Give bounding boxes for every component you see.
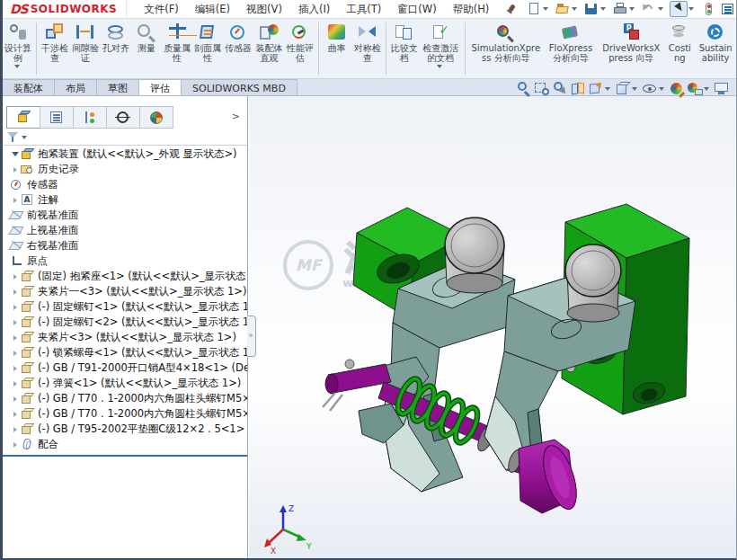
- expand-arrow-icon[interactable]: [10, 335, 21, 341]
- display-pane-icon[interactable]: [718, 2, 737, 16]
- print-icon[interactable]: [610, 2, 639, 16]
- expand-arrow-icon[interactable]: [10, 412, 21, 417]
- tool-clearance-verify[interactable]: 间隙验证: [70, 19, 101, 78]
- expand-arrow-icon[interactable]: [10, 427, 21, 432]
- dropdown-caret-icon[interactable]: [605, 87, 610, 91]
- tool-sustainability[interactable]: Sustainability: [695, 19, 736, 78]
- tree-item[interactable]: 上视基准面: [3, 223, 247, 238]
- model-knob-screw[interactable]: [506, 440, 583, 513]
- tool-measure[interactable]: 测量: [131, 19, 162, 78]
- tree-item[interactable]: (-) 固定螺钉<2> (默认<<默认>_显示状态 1>): [3, 315, 247, 330]
- tool-simulationxpress[interactable]: SimulationXpress 分析向导: [468, 19, 544, 78]
- undo-icon[interactable]: [639, 2, 668, 16]
- apply-scene-icon[interactable]: [686, 81, 713, 96]
- expand-arrow-icon[interactable]: [10, 198, 21, 203]
- tree-item[interactable]: 夹紧片<3> (默认<<默认>_显示状态 1>): [3, 330, 247, 345]
- tool-performance-evaluation[interactable]: 性能评估: [285, 19, 315, 78]
- view-settings-icon[interactable]: [713, 81, 731, 96]
- panel-splitter-handle[interactable]: [247, 316, 256, 357]
- dimxpertmanager-tab[interactable]: [106, 106, 140, 129]
- propertymanager-tab[interactable]: [40, 106, 74, 129]
- panel-expand-chevron[interactable]: >: [232, 111, 240, 122]
- tree-item[interactable]: 配合: [3, 437, 247, 452]
- expand-arrow-icon[interactable]: [10, 351, 21, 356]
- menu-tools[interactable]: 工具(T): [338, 1, 389, 18]
- save-icon[interactable]: [582, 2, 610, 16]
- tree-item[interactable]: (-) GB / T70 . 1-2000内六角圆柱头螺钉M5×12<2> (默: [3, 406, 247, 422]
- tab-layout[interactable]: 布局: [54, 79, 97, 95]
- tree-rollback-bar[interactable]: [3, 455, 247, 457]
- expand-arrow-icon[interactable]: [10, 381, 21, 387]
- expand-arrow-icon[interactable]: [10, 289, 21, 295]
- edit-appearance-icon[interactable]: [668, 81, 686, 96]
- tool-driveworksxpress[interactable]: DriveWorksXpress 向导: [598, 19, 664, 78]
- dropdown-caret-icon[interactable]: [22, 136, 27, 139]
- assembly-model-3d[interactable]: [249, 96, 736, 560]
- zoom-fit-icon[interactable]: [515, 81, 533, 96]
- dropdown-caret-icon[interactable]: [704, 87, 709, 91]
- tree-item[interactable]: 右视基准面: [3, 238, 247, 253]
- tree-item[interactable]: (-) GB / T70 . 1-2000内六角圆柱头螺钉M5×12<1> (默: [3, 391, 247, 406]
- menu-edit[interactable]: 编辑(E): [187, 1, 238, 18]
- tree-root[interactable]: 抱紧装置 (默认<<默认>_外观 显示状态>): [3, 147, 247, 162]
- select-cursor-icon[interactable]: [668, 1, 698, 17]
- view-orientation-icon[interactable]: [587, 81, 614, 96]
- menu-file[interactable]: 文件(F): [136, 1, 187, 18]
- tool-curvature[interactable]: 曲率: [322, 19, 352, 78]
- stoplight-icon[interactable]: [698, 2, 718, 16]
- tool-costing[interactable]: Costing: [664, 19, 695, 78]
- menu-insert[interactable]: 插入(I): [290, 1, 338, 18]
- tool-design-study[interactable]: 设计算例: [3, 19, 33, 78]
- expand-arrow-icon[interactable]: [10, 274, 21, 280]
- display-style-icon[interactable]: [614, 81, 641, 96]
- tree-item[interactable]: 夹紧片一<3> (默认<<默认>_显示状态 1>): [3, 284, 247, 299]
- tool-mass-properties[interactable]: 质量属性: [162, 19, 192, 78]
- tree-item[interactable]: 历史记录: [3, 162, 247, 177]
- tree-item[interactable]: (-) 锁紧螺母<1> (默认<<默认>_显示状态 1>): [3, 345, 247, 360]
- dropdown-caret-icon[interactable]: [629, 7, 635, 11]
- tool-symmetry-check[interactable]: 对称检查: [352, 19, 383, 78]
- tree-item[interactable]: (-) GB / T95-2002平垫圈C级12×2 . 5<1> (默认<<默…: [3, 422, 247, 437]
- tree-item[interactable]: 原点: [3, 253, 247, 269]
- tool-section-properties[interactable]: 剖面属性: [192, 19, 223, 78]
- model-pin-right[interactable]: [565, 244, 621, 322]
- section-view-icon[interactable]: [569, 81, 587, 96]
- tool-assembly-visualization[interactable]: 装配体直观: [253, 19, 285, 78]
- tree-item[interactable]: 前视基准面: [3, 208, 247, 223]
- expand-arrow-icon[interactable]: [10, 167, 21, 173]
- ribbon-tool[interactable]: [36, 22, 37, 75]
- tool-sensor[interactable]: 传感器: [223, 19, 253, 78]
- tool-hole-alignment[interactable]: 孔对齐: [101, 19, 131, 78]
- hide-show-items-icon[interactable]: [641, 81, 668, 96]
- expand-arrow-icon[interactable]: [10, 396, 21, 402]
- tree-item[interactable]: 传感器: [3, 177, 247, 192]
- dropdown-caret-icon[interactable]: [600, 7, 606, 11]
- dropdown-caret-icon[interactable]: [14, 65, 20, 68]
- configurationmanager-tab[interactable]: [73, 106, 107, 129]
- menu-window[interactable]: 窗口(W): [389, 1, 444, 18]
- ribbon-tool[interactable]: [318, 22, 319, 75]
- tree-item[interactable]: (-) GB / T91-2000开口销A型4×18<1> (Default<<…: [3, 360, 247, 376]
- open-icon[interactable]: [553, 2, 582, 16]
- zoom-selection-icon[interactable]: [551, 81, 569, 96]
- tab-solidworks-mbd[interactable]: SOLIDWORKS MBD: [181, 79, 297, 95]
- tool-interference-check[interactable]: 干涉检查: [40, 19, 70, 78]
- filter-funnel-icon[interactable]: [6, 131, 21, 144]
- dropdown-caret-icon[interactable]: [632, 87, 637, 91]
- displaymanager-tab[interactable]: [139, 106, 173, 129]
- dropdown-caret-icon[interactable]: [688, 7, 694, 11]
- tool-check-active-document[interactable]: 检查激活的文档: [420, 19, 462, 78]
- tab-evaluate[interactable]: 评估: [138, 79, 182, 95]
- expand-arrow-icon[interactable]: [10, 366, 21, 371]
- graphics-viewport[interactable]: MF 沐风网 www.mfcad.com: [249, 96, 736, 560]
- expand-arrow-icon[interactable]: [10, 320, 21, 325]
- tool-compare-documents[interactable]: 比较文档: [389, 19, 420, 78]
- tab-sketch[interactable]: 草图: [96, 79, 139, 95]
- featuremanager-tab[interactable]: [6, 106, 40, 129]
- menu-help[interactable]: 帮助(H): [445, 1, 498, 18]
- tool-floxpress[interactable]: FloXpress 分析向导: [544, 19, 598, 78]
- dropdown-caret-icon[interactable]: [658, 7, 663, 11]
- expand-arrow-icon[interactable]: [10, 305, 21, 310]
- model-pin-left[interactable]: [445, 218, 504, 293]
- tab-assembly[interactable]: 装配体: [2, 79, 55, 95]
